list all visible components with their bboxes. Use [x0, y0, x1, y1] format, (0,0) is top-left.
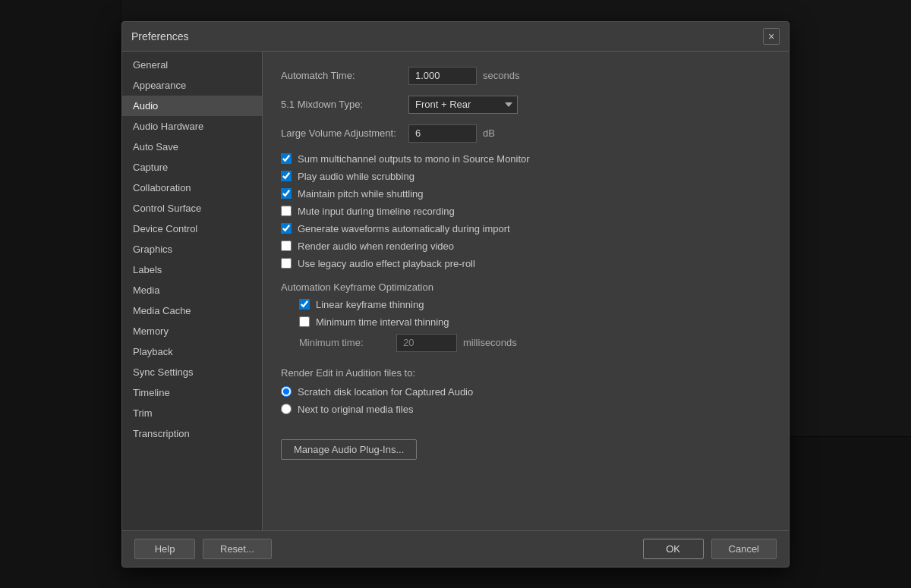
mixdown-type-select[interactable]: Front + Rear Front Rear Front + Rear + L… [408, 96, 518, 114]
checkbox-row-mute-input: Mute input during timeline recording [281, 206, 771, 217]
checkbox-label-sum-multichannel: Sum multichannel outputs to mono in Sour… [298, 153, 530, 165]
minimum-time-input[interactable] [396, 334, 457, 352]
radio-row-scratch-disk: Scratch disk location for Captured Audio [281, 386, 771, 398]
checkbox-label-minimum-time: Minimum time interval thinning [316, 316, 449, 328]
minimum-time-row: Minimum time: milliseconds [299, 334, 771, 352]
sidebar-item-graphics[interactable]: Graphics [122, 239, 262, 259]
checkbox-row-linear-keyframe: Linear keyframe thinning [299, 299, 771, 310]
checkbox-label-play-audio: Play audio while scrubbing [298, 171, 415, 182]
checkbox-row-maintain-pitch: Maintain pitch while shuttling [281, 188, 771, 200]
sidebar-item-audio[interactable]: Audio [122, 96, 262, 116]
sidebar-item-trim[interactable]: Trim [122, 403, 262, 423]
checkbox-label-generate-waveforms: Generate waveforms automatically during … [298, 223, 510, 234]
checkbox-label-maintain-pitch: Maintain pitch while shuttling [298, 188, 423, 200]
sidebar-item-memory[interactable]: Memory [122, 321, 262, 341]
footer-left: Help Reset... [134, 539, 272, 559]
render-section-label: Render Edit in Audition files to: [281, 367, 771, 379]
checkbox-sum-multichannel[interactable] [281, 153, 292, 164]
sidebar-item-general[interactable]: General [122, 55, 262, 75]
sidebar-item-device-control[interactable]: Device Control [122, 219, 262, 239]
footer-right: OK Cancel [643, 539, 777, 559]
radio-label-scratch-disk: Scratch disk location for Captured Audio [298, 386, 473, 398]
sidebar-item-media[interactable]: Media [122, 280, 262, 300]
sidebar-item-appearance[interactable]: Appearance [122, 75, 262, 96]
checkbox-generate-waveforms[interactable] [281, 223, 292, 234]
checkbox-row-use-legacy: Use legacy audio effect playback pre-rol… [281, 258, 771, 269]
radio-label-next-to-original: Next to original media files [298, 404, 413, 415]
radio-options-section: Scratch disk location for Captured Audio… [281, 386, 771, 415]
dialog-footer: Help Reset... OK Cancel [122, 530, 789, 567]
dialog-title: Preferences [131, 30, 188, 42]
checkbox-label-use-legacy: Use legacy audio effect playback pre-rol… [298, 258, 475, 269]
content-area: Automatch Time: seconds 5.1 Mixdown Type… [263, 52, 789, 530]
checkbox-use-legacy[interactable] [281, 258, 292, 269]
sidebar-item-collaboration[interactable]: Collaboration [122, 178, 262, 198]
checkbox-row-generate-waveforms: Generate waveforms automatically during … [281, 223, 771, 234]
checkbox-row-render-audio: Render audio when rendering video [281, 241, 771, 252]
render-section: Render Edit in Audition files to: Scratc… [281, 367, 771, 415]
preferences-dialog: Preferences × GeneralAppearanceAudioAudi… [121, 21, 790, 568]
checkbox-row-play-audio: Play audio while scrubbing [281, 171, 771, 182]
automatch-time-row: Automatch Time: seconds [281, 67, 771, 85]
checkboxes-section: Sum multichannel outputs to mono in Sour… [281, 153, 771, 269]
sidebar-item-transcription[interactable]: Transcription [122, 423, 262, 444]
checkbox-render-audio[interactable] [281, 241, 292, 251]
checkbox-row-sum-multichannel: Sum multichannel outputs to mono in Sour… [281, 153, 771, 165]
automatch-time-unit: seconds [483, 70, 519, 81]
checkbox-mute-input[interactable] [281, 206, 292, 216]
reset-button[interactable]: Reset... [203, 539, 272, 559]
sidebar: GeneralAppearanceAudioAudio HardwareAuto… [122, 52, 263, 530]
checkbox-label-mute-input: Mute input during timeline recording [298, 206, 455, 217]
manage-audio-plugins-button[interactable]: Manage Audio Plug-Ins... [281, 439, 417, 460]
sidebar-item-sync-settings[interactable]: Sync Settings [122, 362, 262, 382]
mixdown-type-label: 5.1 Mixdown Type: [281, 99, 402, 110]
checkbox-label-render-audio: Render audio when rendering video [298, 241, 454, 252]
sidebar-item-playback[interactable]: Playback [122, 341, 262, 362]
sidebar-item-capture[interactable]: Capture [122, 157, 262, 178]
mixdown-type-row: 5.1 Mixdown Type: Front + Rear Front Rea… [281, 96, 771, 114]
dialog-close-button[interactable]: × [763, 28, 780, 45]
radio-scratch-disk[interactable] [281, 386, 292, 397]
checkbox-maintain-pitch[interactable] [281, 188, 292, 199]
large-volume-input[interactable] [408, 124, 477, 143]
checkbox-minimum-time[interactable] [299, 316, 310, 327]
sidebar-item-audio-hardware[interactable]: Audio Hardware [122, 116, 262, 137]
automation-section-header: Automation Keyframe Optimization [281, 281, 771, 293]
dialog-body: GeneralAppearanceAudioAudio HardwareAuto… [122, 52, 789, 530]
sidebar-item-auto-save[interactable]: Auto Save [122, 137, 262, 157]
minimum-time-section: Minimum time: milliseconds [281, 334, 771, 352]
modal-overlay: Preferences × GeneralAppearanceAudioAudi… [0, 0, 911, 588]
automatch-time-input[interactable] [408, 67, 477, 85]
automatch-time-label: Automatch Time: [281, 70, 402, 81]
radio-next-to-original[interactable] [281, 404, 292, 414]
cancel-button[interactable]: Cancel [711, 539, 777, 559]
minimum-time-label: Minimum time: [299, 337, 390, 348]
sidebar-item-control-surface[interactable]: Control Surface [122, 198, 262, 219]
checkbox-label-linear-keyframe: Linear keyframe thinning [316, 299, 424, 310]
checkbox-row-minimum-time: Minimum time interval thinning [299, 316, 771, 328]
automation-checkboxes-section: Linear keyframe thinningMinimum time int… [281, 299, 771, 328]
large-volume-unit: dB [483, 127, 495, 139]
ok-button[interactable]: OK [643, 539, 704, 559]
help-button[interactable]: Help [134, 539, 195, 559]
large-volume-row: Large Volume Adjustment: dB [281, 124, 771, 143]
sidebar-item-labels[interactable]: Labels [122, 259, 262, 280]
minimum-time-unit: milliseconds [463, 337, 517, 348]
sidebar-item-timeline[interactable]: Timeline [122, 382, 262, 403]
large-volume-label: Large Volume Adjustment: [281, 127, 402, 139]
sidebar-item-media-cache[interactable]: Media Cache [122, 300, 262, 321]
radio-row-next-to-original: Next to original media files [281, 404, 771, 415]
dialog-titlebar: Preferences × [122, 22, 789, 52]
checkbox-linear-keyframe[interactable] [299, 299, 310, 310]
checkbox-play-audio[interactable] [281, 171, 292, 181]
